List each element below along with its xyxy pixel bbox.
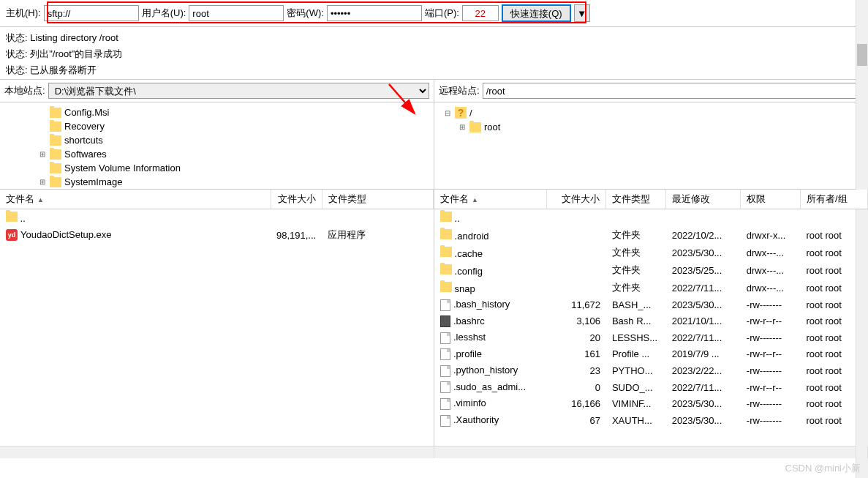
remote-tree-panel: 远程站点: ⊟?/⊞root (434, 80, 868, 189)
file-icon (440, 381, 450, 393)
user-label: 用户名(U): (142, 7, 186, 20)
file-icon (440, 315, 450, 327)
folder-icon (6, 212, 18, 222)
folder-icon (440, 247, 452, 257)
folder-icon (469, 122, 481, 132)
table-row[interactable]: .Xauthority67XAUTH...2023/5/30...-rw----… (434, 412, 868, 429)
folder-icon (440, 264, 452, 275)
port-label: 端口(P): (425, 7, 459, 20)
column-header[interactable]: 文件类型 (322, 190, 433, 209)
password-input[interactable] (327, 5, 422, 21)
column-header[interactable]: 文件大小 (546, 190, 606, 209)
tree-label: SystemImage (64, 176, 122, 187)
status-line: 状态: 列出"/root"的目录成功 (6, 46, 862, 62)
watermark: CSDN @mini小新 (785, 462, 861, 475)
file-icon (440, 398, 450, 410)
table-row[interactable]: .profile161Profile ...2019/7/9 ...-rw-r-… (434, 346, 868, 363)
tree-item[interactable]: shortcuts (6, 133, 428, 147)
column-header[interactable]: 最近修改 (666, 190, 741, 209)
folder-icon (50, 122, 61, 132)
remote-site-label: 远程站点: (439, 84, 480, 97)
tree-label: Config.Msi (64, 107, 109, 118)
table-row[interactable]: .bashrc3,106Bash R...2021/10/1...-rw-r--… (434, 313, 868, 330)
column-header[interactable]: 权限 (741, 190, 801, 209)
host-label: 主机(H): (6, 7, 41, 20)
quickconnect-dropdown[interactable]: ▼ (574, 4, 590, 22)
folder-icon (50, 108, 61, 118)
remote-path-input[interactable] (483, 83, 864, 99)
table-row[interactable]: .lesshst20LESSHS...2022/7/11...-rw------… (434, 329, 868, 346)
table-row[interactable]: .config文件夹2023/5/25...drwx---...root roo… (434, 261, 868, 279)
tree-item[interactable]: ⊞root (440, 120, 862, 134)
tree-panels: 本地站点: D:\浏览器下载文件\ Config.MsiRecoveryshor… (0, 80, 868, 190)
file-icon (440, 348, 450, 360)
port-input[interactable] (462, 5, 499, 21)
folder-icon (50, 177, 61, 187)
tree-item[interactable]: System Volume Information (6, 161, 428, 175)
tree-label: Softwares (64, 149, 107, 160)
remote-tree[interactable]: ⊟?/⊞root (434, 102, 868, 189)
host-input[interactable] (44, 5, 139, 21)
app-icon: yd (6, 229, 18, 241)
file-icon (440, 332, 450, 344)
table-row[interactable]: .android文件夹2022/10/2...drwxr-x...root ro… (434, 226, 868, 244)
local-tree[interactable]: Config.MsiRecoveryshortcuts⊞SoftwaresSys… (0, 102, 434, 189)
file-icon (440, 365, 450, 377)
column-header[interactable]: 文件类型 (606, 190, 666, 209)
folder-icon (440, 229, 452, 239)
local-tree-panel: 本地站点: D:\浏览器下载文件\ Config.MsiRecoveryshor… (0, 80, 434, 189)
file-icon (440, 415, 450, 427)
table-row[interactable]: .python_history23PYTHO...2023/2/22...-rw… (434, 362, 868, 379)
tree-label: System Volume Information (64, 163, 181, 173)
tree-label: Recovery (64, 121, 105, 132)
status-line: 状态: 已从服务器断开 (6, 62, 862, 78)
column-header[interactable]: 文件大小 (271, 190, 322, 209)
folder-icon (50, 149, 61, 160)
remote-file-list[interactable]: 文件名▲文件大小文件类型最近修改权限所有者/组 .. .android文件夹20… (434, 190, 868, 446)
table-row[interactable]: .. (434, 209, 868, 227)
table-row[interactable]: .. (0, 209, 434, 227)
tree-item[interactable]: ⊟?/ (440, 105, 862, 120)
tree-label: shortcuts (64, 135, 103, 146)
quickconnect-button[interactable]: 快速连接(Q) (502, 4, 571, 22)
status-line: 状态: Listing directory /root (6, 30, 862, 46)
tree-label: / (469, 108, 472, 119)
tree-label: root (484, 122, 500, 132)
table-row[interactable]: .bash_history11,672BASH_...2023/5/30...-… (434, 296, 868, 313)
quickconnect-toolbar: 主机(H): 用户名(U): 密码(W): 端口(P): 快速连接(Q) ▼ (0, 0, 868, 27)
column-header[interactable]: 文件名▲ (0, 190, 271, 209)
tree-item[interactable]: Config.Msi (6, 105, 428, 119)
bottom-scrollbar[interactable] (0, 446, 868, 458)
column-header[interactable]: 文件名▲ (434, 190, 546, 209)
local-site-label: 本地站点: (4, 84, 45, 97)
unknown-icon: ? (455, 107, 467, 119)
table-row[interactable]: .sudo_as_admi...0SUDO_...2022/7/11...-rw… (434, 379, 868, 396)
folder-icon (440, 212, 452, 222)
local-path-combo[interactable]: D:\浏览器下载文件\ (48, 83, 429, 99)
tree-item[interactable]: Recovery (6, 119, 428, 133)
folder-icon (50, 135, 61, 146)
table-row[interactable]: snap文件夹2022/7/11...drwx---...root root (434, 279, 868, 296)
file-lists: 文件名▲文件大小文件类型 ..ydYoudaoDictSetup.exe98,1… (0, 190, 868, 446)
file-icon (440, 299, 450, 311)
tree-item[interactable]: ⊞Softwares (6, 147, 428, 161)
table-row[interactable]: .viminfo16,166VIMINF...2023/5/30...-rw--… (434, 395, 868, 412)
local-file-list[interactable]: 文件名▲文件大小文件类型 ..ydYoudaoDictSetup.exe98,1… (0, 190, 434, 446)
username-input[interactable] (189, 5, 284, 21)
table-row[interactable]: ydYoudaoDictSetup.exe98,191,...应用程序 (0, 226, 434, 244)
status-log: 状态: Listing directory /root 状态: 列出"/root… (0, 27, 868, 80)
folder-icon (440, 282, 452, 292)
pass-label: 密码(W): (287, 7, 324, 20)
column-header[interactable]: 所有者/组 (801, 190, 868, 209)
folder-icon (50, 163, 61, 173)
table-row[interactable]: .cache文件夹2023/5/30...drwx---...root root (434, 244, 868, 261)
tree-item[interactable]: ⊞SystemImage (6, 175, 428, 189)
